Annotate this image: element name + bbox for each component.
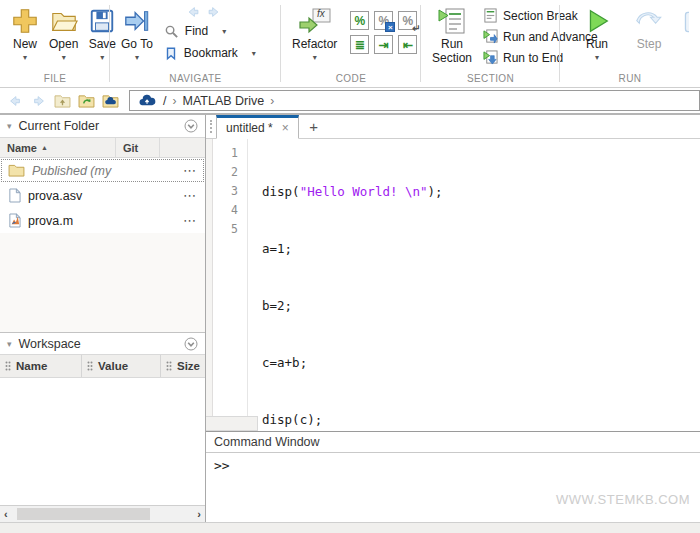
line-number: 1 bbox=[213, 144, 238, 163]
bookmark-label: Bookmark bbox=[184, 46, 238, 60]
goto-button-label: Go To bbox=[121, 37, 153, 51]
line-number: 4 bbox=[213, 201, 238, 220]
current-folder-header[interactable]: ▾ Current Folder bbox=[0, 115, 205, 138]
sort-asc-icon: ▲ bbox=[41, 144, 48, 151]
workspace-column-value[interactable]: Value bbox=[82, 355, 161, 377]
run-to-end-icon bbox=[483, 50, 498, 65]
folder-cloud-upload-icon[interactable] bbox=[101, 91, 120, 110]
editor-tab-bar: untitled * × + bbox=[206, 115, 700, 139]
sidebar: ▾ Current Folder Name ▲ Git bbox=[0, 115, 206, 522]
file-group-label: FILE bbox=[0, 73, 110, 84]
search-icon bbox=[164, 24, 179, 39]
collapse-triangle-icon[interactable]: ▾ bbox=[7, 339, 12, 349]
uncomment-icon[interactable]: %× bbox=[374, 11, 393, 30]
indent-left-icon[interactable]: ⇤ bbox=[398, 35, 417, 54]
run-section-button[interactable]: Run Section bbox=[427, 3, 477, 68]
back-arrow-icon[interactable] bbox=[186, 5, 201, 19]
new-tab-button[interactable]: + bbox=[299, 115, 329, 138]
panel-drag-handle[interactable] bbox=[206, 115, 216, 138]
find-label: Find bbox=[185, 24, 208, 38]
run-section-icon bbox=[437, 5, 467, 37]
document-icon bbox=[8, 188, 21, 203]
row-menu-icon[interactable]: ⋯ bbox=[183, 213, 197, 228]
indent-right-icon[interactable]: ⇥ bbox=[374, 35, 393, 54]
line-number: 3 bbox=[213, 182, 238, 201]
code-line-5: disp(c); bbox=[262, 410, 700, 429]
ribbon-group-section: Run Section Section Break Run and bbox=[421, 0, 560, 87]
workspace-column-name[interactable]: Name bbox=[0, 355, 82, 377]
ribbon-group-run: Run ▾ Step RUN bbox=[560, 0, 700, 87]
step-button-label: Step bbox=[637, 37, 662, 51]
section-group-label: SECTION bbox=[421, 73, 560, 84]
address-root[interactable]: / bbox=[163, 94, 166, 108]
code-line-4: c=a+b; bbox=[262, 353, 700, 372]
sidebar-horizontal-scrollbar[interactable]: ‹ › bbox=[0, 505, 205, 522]
scroll-left-icon[interactable]: ‹ bbox=[4, 507, 8, 522]
run-button[interactable]: Run ▾ bbox=[578, 3, 616, 62]
matlab-file-icon bbox=[8, 213, 21, 228]
command-prompt: >> bbox=[214, 458, 230, 473]
workspace-column-size[interactable]: Size bbox=[161, 355, 205, 377]
panel-menu-icon[interactable] bbox=[184, 119, 198, 133]
command-window[interactable]: >> WWW.STEMKB.COM bbox=[206, 453, 700, 522]
column-header-blank[interactable] bbox=[160, 138, 205, 157]
address-bar[interactable]: / › MATLAB Drive › bbox=[129, 90, 700, 111]
scrollbar-thumb[interactable] bbox=[17, 508, 150, 520]
new-button[interactable]: New ▾ bbox=[6, 3, 44, 62]
code-editor[interactable]: 1 2 3 4 5 disp("Hello World! \n"); a=1; … bbox=[206, 139, 700, 431]
run-section-label-line1: Run bbox=[441, 37, 463, 51]
breadcrumb-path[interactable]: MATLAB Drive bbox=[182, 94, 264, 108]
wrap-arrow-icon: ↵ bbox=[412, 23, 420, 34]
step-arrow-icon bbox=[635, 5, 663, 37]
file-row-prova-asv[interactable]: prova.asv ⋯ bbox=[0, 183, 205, 208]
chevron-right-icon: › bbox=[172, 94, 176, 108]
stop-button-partial[interactable] bbox=[682, 9, 689, 62]
chevron-down-icon: ▾ bbox=[222, 27, 226, 36]
collapse-triangle-icon[interactable]: ▾ bbox=[7, 121, 12, 131]
history-forward-icon[interactable] bbox=[29, 91, 48, 110]
open-button[interactable]: Open ▾ bbox=[44, 3, 83, 62]
tab-untitled[interactable]: untitled * × bbox=[216, 115, 299, 139]
file-name: prova.asv bbox=[28, 189, 176, 203]
row-menu-icon[interactable]: ⋯ bbox=[183, 188, 197, 203]
forward-arrow-icon[interactable] bbox=[206, 5, 221, 19]
smart-indent-icon[interactable]: ≣ bbox=[350, 35, 369, 54]
editor-scrollbar-stub[interactable] bbox=[206, 416, 258, 431]
chevron-down-icon: ▾ bbox=[100, 53, 104, 62]
step-button[interactable]: Step bbox=[630, 3, 668, 62]
workspace-header[interactable]: ▾ Workspace bbox=[0, 332, 205, 355]
bookmark-icon bbox=[164, 46, 178, 61]
watermark-text: WWW.STEMKB.COM bbox=[556, 492, 690, 507]
column-header-git[interactable]: Git bbox=[116, 138, 160, 157]
folder-up-icon[interactable] bbox=[53, 91, 72, 110]
panel-menu-icon[interactable] bbox=[184, 337, 198, 351]
refactor-button[interactable]: fx Refactor ▾ bbox=[287, 3, 342, 62]
history-back-icon[interactable] bbox=[5, 91, 24, 110]
workspace-title: Workspace bbox=[19, 337, 177, 351]
current-folder-column-headers: Name ▲ Git bbox=[0, 138, 205, 158]
comment-icon[interactable]: % bbox=[350, 11, 369, 30]
folder-refresh-icon[interactable] bbox=[77, 91, 96, 110]
current-folder-empty-area bbox=[0, 233, 205, 332]
code-group-label: CODE bbox=[281, 73, 421, 84]
code-pane[interactable]: disp("Hello World! \n"); a=1; b=2; c=a+b… bbox=[247, 139, 700, 431]
wrap-comments-icon[interactable]: %↵ bbox=[398, 11, 417, 30]
line-number: 2 bbox=[213, 163, 238, 182]
editor-column: untitled * × + 1 2 3 4 5 disp("Hello Wor… bbox=[206, 115, 700, 522]
tab-title: untitled * bbox=[226, 121, 273, 135]
row-menu-icon[interactable]: ⋯ bbox=[183, 163, 197, 178]
close-icon[interactable]: × bbox=[282, 121, 289, 135]
bookmark-button[interactable]: Bookmark ▾ bbox=[164, 42, 256, 64]
column-header-name[interactable]: Name ▲ bbox=[0, 138, 116, 157]
chevron-down-icon: ▾ bbox=[252, 49, 256, 58]
chevron-right-icon: › bbox=[270, 94, 274, 108]
scroll-right-icon[interactable]: › bbox=[197, 507, 201, 522]
ribbon-group-file: New ▾ Open ▾ Save ▾ FI bbox=[0, 0, 110, 87]
chevron-down-icon: ▾ bbox=[595, 53, 599, 62]
ribbon-group-navigate: Go To ▾ bbox=[110, 0, 281, 87]
find-button[interactable]: Find ▾ bbox=[164, 20, 256, 42]
file-row-prova-m[interactable]: prova.m ⋯ bbox=[0, 208, 205, 233]
file-row-published[interactable]: Published (my ⋯ bbox=[0, 158, 205, 183]
window-bottom-edge bbox=[0, 522, 700, 533]
goto-button[interactable]: Go To ▾ bbox=[116, 3, 158, 64]
